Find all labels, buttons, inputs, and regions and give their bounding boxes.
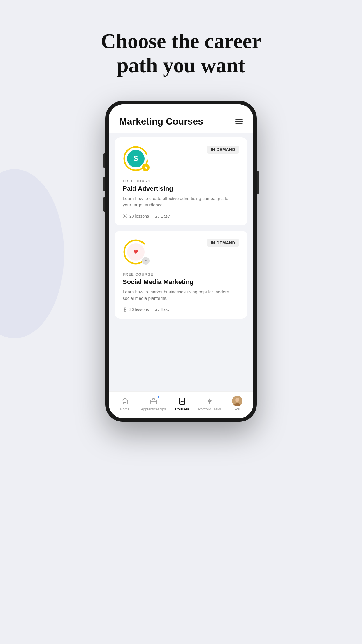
course-icon-heart: ♥ ✦: [123, 239, 149, 265]
volume-btn-1: [103, 177, 105, 191]
heart-symbol: ♥: [133, 247, 138, 257]
course-desc-1: Learn how to create effective advertisin…: [123, 195, 239, 209]
svg-point-6: [235, 398, 239, 402]
nav-item-home[interactable]: Home: [115, 396, 135, 411]
course-name-2: Social Media Marketing: [123, 278, 239, 286]
nav-label-home: Home: [120, 407, 129, 411]
menu-line-2: [235, 121, 243, 122]
course-meta-1: 23 lessons Easy: [123, 214, 239, 218]
in-demand-badge-1: IN DEMAND: [207, 146, 239, 154]
bottom-nav: Home Apprenticeships: [109, 391, 253, 418]
courses-icon-wrap: [177, 396, 187, 406]
svg-rect-2: [151, 400, 157, 404]
difficulty-2: Easy: [161, 307, 170, 312]
difficulty-meta-2: Easy: [155, 307, 170, 312]
bar-5: [156, 309, 157, 312]
user-avatar: [232, 396, 242, 406]
lessons-count-2: 36 lessons: [129, 307, 149, 312]
nav-item-courses[interactable]: Courses: [172, 396, 192, 411]
you-avatar-wrap: [232, 396, 242, 406]
nav-dot-apprenticeships: [157, 396, 160, 398]
course-tag-2: FREE COURSE: [123, 272, 239, 276]
bar-1: [155, 217, 156, 218]
in-demand-badge-2: IN DEMAND: [207, 239, 239, 247]
play-triangle-1: [124, 215, 126, 217]
briefcase-icon: [150, 397, 157, 405]
bars-icon-2: [155, 307, 159, 312]
lessons-meta-2: 36 lessons: [123, 307, 149, 312]
nav-label-you: You: [234, 407, 240, 411]
course-name-1: Paid Advertising: [123, 185, 239, 192]
phone-screen: Marketing Courses: [109, 104, 253, 418]
dollar-icon-circle: $: [127, 150, 145, 167]
apprenticeships-icon-wrap: [148, 396, 159, 406]
lessons-count-1: 23 lessons: [129, 214, 149, 218]
lightning-icon: [206, 397, 213, 405]
card-top-1: $ ★ IN DEMAND: [123, 146, 239, 172]
bar-3: [158, 217, 159, 218]
nav-label-courses: Courses: [175, 407, 189, 411]
bookmark-icon: [178, 397, 186, 405]
home-icon: [121, 397, 129, 405]
menu-button[interactable]: [235, 119, 243, 124]
lock-badge: ✦: [142, 257, 150, 265]
dollar-symbol: $: [134, 154, 138, 163]
course-meta-2: 36 lessons Easy: [123, 307, 239, 312]
course-tag-1: FREE COURSE: [123, 179, 239, 183]
difficulty-meta-1: Easy: [155, 214, 170, 218]
nav-item-you[interactable]: You: [227, 396, 247, 411]
volume-btn-2: [103, 197, 105, 212]
home-icon-wrap: [120, 396, 130, 406]
nav-label-portfolio: Portfolio Tasks: [198, 407, 221, 411]
nav-label-apprenticeships: Apprenticeships: [141, 407, 166, 411]
hero-title: Choose the career path you want: [79, 29, 283, 78]
bar-4: [155, 310, 156, 312]
lock-symbol: ✦: [145, 259, 147, 262]
play-triangle-2: [124, 308, 126, 311]
play-icon-2: [123, 307, 127, 312]
play-icon-1: [123, 214, 127, 218]
bar-6: [158, 310, 159, 312]
difficulty-1: Easy: [161, 214, 170, 218]
course-card-paid-advertising[interactable]: $ ★ IN DEMAND FREE COURSE Paid Advertisi…: [115, 137, 247, 225]
portfolio-icon-wrap: [204, 396, 215, 406]
nav-item-portfolio[interactable]: Portfolio Tasks: [198, 396, 221, 411]
avatar-svg: [232, 396, 242, 406]
menu-line-3: [235, 123, 243, 124]
app-title: Marketing Courses: [119, 116, 203, 127]
course-icon-dollar: $ ★: [123, 146, 149, 172]
app-header: Marketing Courses: [109, 104, 253, 133]
app-content: $ ★ IN DEMAND FREE COURSE Paid Advertisi…: [109, 133, 253, 391]
lessons-meta-1: 23 lessons: [123, 214, 149, 218]
menu-line-1: [235, 119, 243, 120]
card-top-2: ♥ ✦ IN DEMAND: [123, 239, 239, 265]
phone-frame: Marketing Courses: [105, 101, 257, 422]
course-desc-2: Learn how to market businesses using pop…: [123, 289, 239, 302]
bars-icon-1: [155, 214, 159, 218]
star-badge: ★: [142, 164, 150, 171]
page-wrapper: Choose the career path you want Marketin…: [0, 0, 362, 644]
course-card-social-media[interactable]: ♥ ✦ IN DEMAND FREE COURSE Socia: [115, 231, 247, 319]
bar-2: [156, 216, 157, 218]
phone-container: Marketing Courses: [105, 101, 257, 422]
nav-item-apprenticeships[interactable]: Apprenticeships: [141, 396, 166, 411]
heart-icon-circle: ♥: [127, 243, 145, 261]
bg-decoration: [0, 169, 64, 338]
